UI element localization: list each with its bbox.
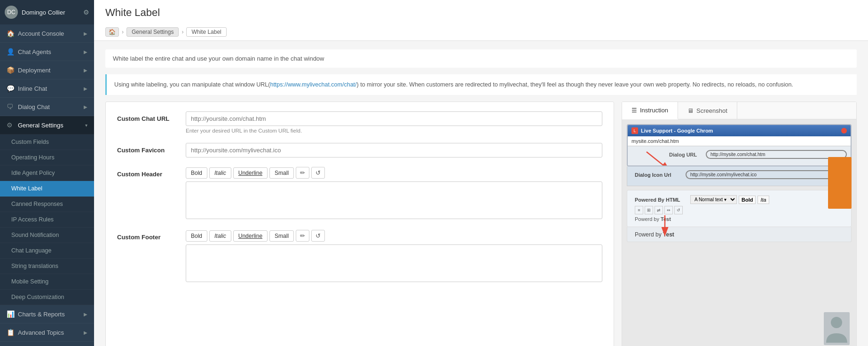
custom-favicon-input[interactable] <box>186 143 602 157</box>
custom-chat-url-input[interactable] <box>186 111 602 126</box>
sidebar-item-label: Inline Chat <box>18 85 80 92</box>
sidebar-sub-label: IP Access Rules <box>11 216 87 223</box>
chevron-right-icon: ▶ <box>84 49 87 55</box>
html-toolbar: A Normal text ▾ Bold Ita <box>690 195 769 204</box>
gear-icon[interactable]: ⚙ <box>83 8 89 16</box>
custom-footer-textarea[interactable] <box>186 244 602 282</box>
sidebar-sub-label: Operating Hours <box>11 154 87 161</box>
normal-text-select[interactable]: A Normal text ▾ <box>690 195 737 204</box>
sidebar-item-white-label[interactable]: White Label <box>0 181 94 197</box>
chevron-right-icon: ▶ <box>84 104 87 110</box>
sidebar-item-account-console[interactable]: 🏠 Account Console ▶ <box>0 24 94 43</box>
browser-close-btn <box>841 128 847 134</box>
screenshot-mockup: L Live Support - Google Chrom mysite.com… <box>622 119 856 346</box>
sidebar-user[interactable]: DC Domingo Collier ⚙ <box>0 0 94 24</box>
custom-favicon-row: Custom Favicon <box>117 143 602 157</box>
bold-btn-mock: Bold <box>739 196 756 204</box>
custom-footer-label: Custom Footer <box>117 230 178 241</box>
footer-underline-btn[interactable]: Underline <box>233 230 268 242</box>
custom-header-textarea[interactable] <box>186 181 602 219</box>
header-underline-btn[interactable]: Underline <box>233 167 268 179</box>
breadcrumb-separator: › <box>122 29 124 35</box>
breadcrumb-white-label: White Label <box>186 27 226 37</box>
custom-footer-toolbar: Bold Italic Underline Small ✏ ↺ <box>186 230 602 242</box>
tab-instruction-label: Instruction <box>640 107 668 114</box>
custom-footer-row: Custom Footer Bold Italic Underline Smal… <box>117 230 602 283</box>
page-header: White Label 🏠 › General Settings › White… <box>94 0 868 41</box>
sidebar-item-deployment[interactable]: 📦 Deployment ▶ <box>0 61 94 79</box>
panel-tabs: ☰ Instruction 🖥 Screenshot <box>622 102 856 119</box>
custom-header-label: Custom Header <box>117 167 178 178</box>
sidebar-item-deep-customization[interactable]: Deep Customization <box>0 290 94 305</box>
tab-instruction[interactable]: ☰ Instruction <box>622 102 678 119</box>
footer-small-btn[interactable]: Small <box>269 230 294 242</box>
footer-bold-btn[interactable]: Bold <box>186 230 207 242</box>
instruction-icon: ☰ <box>631 107 637 114</box>
grid-icon-2: ⊞ <box>645 206 653 214</box>
sidebar-item-dialog-chat[interactable]: 🗨 Dialog Chat ▶ <box>0 98 94 116</box>
sidebar-item-sound-notification[interactable]: Sound Notification <box>0 228 94 243</box>
custom-favicon-wrap <box>186 143 602 157</box>
breadcrumb-general-settings[interactable]: General Settings <box>126 27 179 37</box>
info-link[interactable]: https://www.mylivechat.com/chat/ <box>270 81 356 88</box>
header-bold-btn[interactable]: Bold <box>186 167 207 179</box>
screenshot-panel: ☰ Instruction 🖥 Screenshot L <box>622 102 857 346</box>
sidebar-item-label: Deployment <box>18 67 80 74</box>
sidebar-item-label: General Settings <box>18 122 81 129</box>
sidebar-item-ip-access-rules[interactable]: IP Access Rules <box>0 212 94 228</box>
sidebar-item-canned-responses[interactable]: Canned Responses <box>0 197 94 212</box>
header-refresh-icon-btn[interactable]: ↺ <box>311 167 325 179</box>
custom-header-toolbar: Bold Italic Underline Small ✏ ↺ <box>186 167 602 179</box>
info-box: Using white labeling, you can manipulate… <box>105 74 857 95</box>
breadcrumb: 🏠 › General Settings › White Label <box>105 24 857 40</box>
general-settings-icon: ⚙ <box>7 121 14 129</box>
footer-edit-icon-btn[interactable]: ✏ <box>296 230 309 242</box>
general-settings-submenu: Custom Fields Operating Hours Idle Agent… <box>0 134 94 305</box>
sidebar-item-idle-agent-policy[interactable]: Idle Agent Policy <box>0 165 94 181</box>
breadcrumb-home-icon[interactable]: 🏠 <box>105 27 119 37</box>
sidebar-username: Domingo Collier <box>22 9 79 16</box>
header-small-btn[interactable]: Small <box>269 167 294 179</box>
sidebar-item-operating-hours[interactable]: Operating Hours <box>0 150 94 165</box>
footer-refresh-icon-btn[interactable]: ↺ <box>311 230 325 242</box>
sidebar-item-label: Account Console <box>18 30 80 37</box>
custom-header-wrap: Bold Italic Underline Small ✏ ↺ <box>186 167 602 220</box>
sidebar-item-chat-agents[interactable]: 👤 Chat Agents ▶ <box>0 43 94 61</box>
tab-screenshot[interactable]: 🖥 Screenshot <box>678 102 737 119</box>
sidebar-item-label: Chat Agents <box>18 48 80 55</box>
dialog-icon-url-label: Dialog Icon Url <box>635 172 682 178</box>
sidebar-item-chat-language[interactable]: Chat Language <box>0 243 94 259</box>
italic-btn-mock: Ita <box>758 196 769 204</box>
footer-italic-btn[interactable]: Italic <box>209 230 231 242</box>
header-italic-btn[interactable]: Italic <box>209 167 231 179</box>
sidebar-sub-label: Custom Fields <box>11 139 87 145</box>
sidebar-item-general-settings[interactable]: ⚙ General Settings ▾ <box>0 116 94 134</box>
powered-by-label: Powered By HTML <box>635 197 687 203</box>
sidebar-item-label: Advanced Topics <box>18 329 80 336</box>
sidebar-item-advanced-topics[interactable]: 📋 Advanced Topics ▶ <box>0 323 94 342</box>
dialog-icon-url-value: http://mysite.com/mylivechat.ico <box>686 170 844 179</box>
panel-content: L Live Support - Google Chrom mysite.com… <box>622 119 856 346</box>
sidebar-item-string-translations[interactable]: String translations <box>0 259 94 274</box>
dialog-chat-icon: 🗨 <box>7 103 14 110</box>
dialog-url-row: Dialog URL http://mysite.com/chat.htm <box>669 150 847 159</box>
info-text-after: ) to mirror your site. When customers ar… <box>357 81 793 88</box>
mock-browser-bar: L Live Support - Google Chrom <box>628 125 851 136</box>
sidebar-sub-label: Canned Responses <box>11 201 87 207</box>
sidebar-item-custom-fields[interactable]: Custom Fields <box>0 134 94 150</box>
chevron-right-icon: ▶ <box>84 330 87 335</box>
avatar: DC <box>5 6 18 19</box>
breadcrumb-separator: › <box>181 29 183 35</box>
sidebar-item-mobile-setting[interactable]: Mobile Setting <box>0 274 94 290</box>
header-edit-icon-btn[interactable]: ✏ <box>296 167 309 179</box>
deployment-icon: 📦 <box>7 66 14 74</box>
charts-icon: 📊 <box>7 310 14 318</box>
sidebar-sub-label: Idle Agent Policy <box>11 170 87 176</box>
account-console-icon: 🏠 <box>7 30 14 37</box>
custom-favicon-label: Custom Favicon <box>117 143 178 154</box>
chevron-right-icon: ▶ <box>84 312 87 317</box>
content-area: White label the entire chat and use your… <box>94 41 868 346</box>
sidebar-item-charts-reports[interactable]: 📊 Charts & Reports ▶ <box>0 305 94 323</box>
sidebar-sub-label: Chat Language <box>11 247 87 254</box>
sidebar-item-inline-chat[interactable]: 💬 Inline Chat ▶ <box>0 79 94 98</box>
